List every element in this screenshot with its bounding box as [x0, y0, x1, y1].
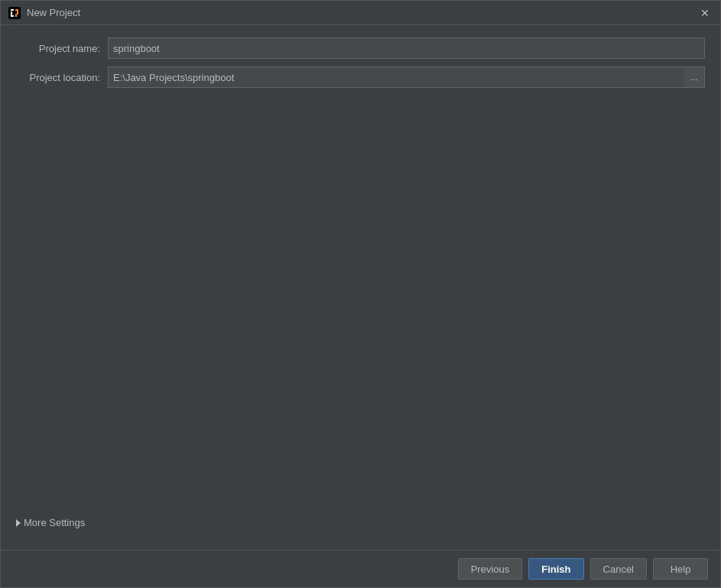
svg-rect-5	[17, 11, 18, 14]
browse-button[interactable]: ...	[684, 67, 705, 88]
project-location-input[interactable]	[108, 67, 684, 88]
intellij-icon	[8, 7, 21, 19]
svg-rect-7	[15, 15, 17, 17]
project-name-input[interactable]	[108, 37, 705, 59]
svg-rect-4	[15, 9, 18, 11]
project-name-label: Project name:	[16, 43, 108, 54]
svg-rect-1	[11, 9, 14, 11]
project-name-row: Project name:	[16, 37, 705, 59]
finish-button[interactable]: Finish	[528, 558, 583, 580]
title-bar-left: New Project	[8, 7, 80, 19]
more-settings-label: More Settings	[24, 517, 85, 528]
project-location-field-group: ...	[108, 67, 705, 88]
more-settings-toggle[interactable]: More Settings	[16, 514, 705, 531]
close-button[interactable]: ✕	[697, 5, 713, 21]
dialog-title: New Project	[27, 7, 80, 18]
svg-rect-6	[15, 14, 18, 15]
previous-button[interactable]: Previous	[458, 558, 523, 580]
new-project-dialog: New Project ✕ Project name: Project loca…	[0, 0, 721, 588]
more-settings-arrow-icon	[16, 519, 21, 527]
svg-rect-3	[11, 15, 14, 17]
dialog-content: Project name: Project location: ... More…	[1, 25, 720, 550]
dialog-footer: Previous Finish Cancel Help	[1, 550, 720, 587]
project-location-row: Project location: ...	[16, 67, 705, 88]
cancel-button[interactable]: Cancel	[590, 558, 647, 580]
project-location-label: Project location:	[16, 72, 108, 83]
title-bar: New Project ✕	[1, 1, 720, 25]
svg-rect-0	[8, 7, 21, 19]
help-button[interactable]: Help	[653, 558, 708, 580]
content-spacer	[16, 96, 705, 514]
